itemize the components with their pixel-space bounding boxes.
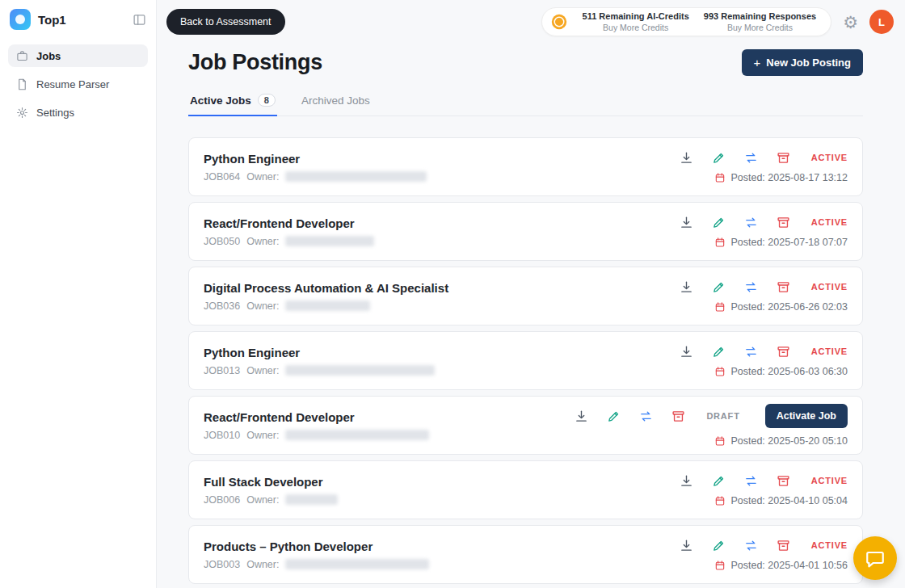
download-icon[interactable]	[680, 151, 693, 165]
job-right: ACTIVE Posted: 2025-06-03 06:30	[680, 345, 848, 377]
job-card: Python Engineer JOB064 Owner:	[188, 137, 863, 196]
archive-icon[interactable]	[777, 216, 790, 229]
transfer-icon[interactable]	[639, 410, 653, 423]
transfer-icon[interactable]	[744, 151, 758, 165]
owner-redacted	[285, 300, 370, 311]
tab-archived-jobs-label: Archived Jobs	[301, 94, 370, 107]
download-icon[interactable]	[680, 216, 693, 229]
edit-icon[interactable]	[607, 410, 621, 423]
posted-date: Posted: 2025-06-26 02:03	[730, 301, 848, 313]
new-job-posting-button[interactable]: + New Job Posting	[742, 49, 864, 76]
job-meta: JOB036 Owner:	[204, 300, 448, 312]
tab-active-jobs[interactable]: Active Jobs 8	[188, 94, 277, 116]
archive-icon[interactable]	[777, 151, 790, 165]
job-meta: JOB003 Owner:	[204, 559, 429, 570]
activate-job-button[interactable]: Activate Job	[765, 404, 848, 428]
sidebar-item-jobs[interactable]: Jobs	[8, 44, 148, 67]
app-root: Top1 Jobs Resume Parser	[0, 0, 905, 588]
document-icon	[16, 78, 28, 90]
posted-row: Posted: 2025-06-26 02:03	[714, 301, 848, 313]
status-badge: ACTIVE	[811, 217, 848, 227]
sidebar-item-settings[interactable]: Settings	[8, 101, 148, 124]
archive-icon[interactable]	[777, 345, 790, 359]
edit-icon[interactable]	[712, 216, 726, 229]
settings-icon	[16, 107, 28, 119]
new-job-posting-label: New Job Posting	[766, 57, 851, 69]
job-info: Full Stack Developer JOB006 Owner:	[204, 475, 338, 506]
content-area: Job Postings + New Job Posting Active Jo…	[157, 36, 905, 588]
posted-date: Posted: 2025-04-10 05:04	[730, 495, 848, 506]
download-icon[interactable]	[680, 539, 693, 552]
download-icon[interactable]	[680, 474, 693, 488]
edit-icon[interactable]	[712, 474, 726, 488]
back-to-assessment-button[interactable]: Back to Assessment	[166, 9, 285, 35]
posted-row: Posted: 2025-06-03 06:30	[714, 366, 848, 377]
sidebar-toggle-icon[interactable]	[133, 13, 146, 27]
status-badge: ACTIVE	[811, 476, 848, 485]
status-badge: DRAFT	[706, 411, 739, 421]
calendar-icon	[714, 435, 726, 447]
job-info: Products – Python Developer JOB003 Owner…	[204, 540, 429, 570]
calendar-icon	[714, 560, 726, 571]
credits-pill: 511 Remaining AI-Credits Buy More Credit…	[541, 7, 832, 36]
archive-icon[interactable]	[777, 539, 790, 552]
responses-group: 993 Remaining Responses Buy More Credits	[704, 11, 816, 32]
owner-label: Owner:	[246, 236, 279, 247]
job-actions: ACTIVE	[680, 345, 848, 359]
transfer-icon[interactable]	[744, 216, 758, 229]
ai-credits-group: 511 Remaining AI-Credits Buy More Credit…	[583, 11, 689, 32]
download-icon[interactable]	[680, 280, 693, 294]
job-info: React/Frontend Developer JOB010 Owner:	[204, 410, 429, 441]
chat-bubble-icon	[865, 548, 886, 569]
chat-button[interactable]	[853, 536, 897, 580]
archive-icon[interactable]	[671, 410, 685, 423]
transfer-icon[interactable]	[744, 539, 758, 552]
download-icon[interactable]	[575, 410, 588, 423]
status-badge: ACTIVE	[811, 540, 848, 550]
sidebar-item-resume-parser[interactable]: Resume Parser	[8, 73, 148, 95]
calendar-icon	[714, 172, 726, 183]
job-actions: ACTIVE	[680, 216, 848, 229]
job-card: React/Frontend Developer JOB010 Owner:	[188, 396, 863, 455]
edit-icon[interactable]	[712, 280, 726, 294]
avatar[interactable]: L	[869, 10, 894, 34]
job-id: JOB050	[204, 236, 240, 247]
posted-row: Posted: 2025-04-10 05:04	[714, 495, 848, 506]
buy-more-responses-link[interactable]: Buy More Credits	[704, 23, 816, 32]
sidebar-nav: Jobs Resume Parser Settings	[0, 36, 156, 132]
transfer-icon[interactable]	[744, 345, 758, 359]
gear-icon[interactable]: ⚙	[843, 14, 858, 31]
job-right: DRAFT Activate Job Posted: 2025-05-20 05…	[575, 404, 848, 447]
job-list: Python Engineer JOB064 Owner:	[188, 137, 863, 584]
job-right: ACTIVE Posted: 2025-04-01 10:56	[680, 539, 848, 571]
edit-icon[interactable]	[712, 151, 726, 165]
responses-label: 993 Remaining Responses	[704, 11, 816, 21]
job-card: React/Frontend Developer JOB050 Owner:	[188, 202, 863, 261]
job-title: Python Engineer	[204, 346, 435, 359]
job-info: Python Engineer JOB013 Owner:	[204, 346, 435, 376]
status-badge: ACTIVE	[811, 282, 848, 292]
job-id: JOB036	[204, 300, 240, 312]
job-right: ACTIVE Posted: 2025-04-10 05:04	[680, 474, 848, 506]
owner-label: Owner:	[246, 171, 279, 183]
transfer-icon[interactable]	[744, 280, 758, 294]
job-meta: JOB006 Owner:	[204, 494, 338, 506]
tab-archived-jobs[interactable]: Archived Jobs	[300, 94, 372, 116]
job-actions: ACTIVE	[680, 280, 848, 294]
download-icon[interactable]	[680, 345, 693, 359]
app-logo-icon	[10, 9, 31, 30]
edit-icon[interactable]	[712, 345, 726, 359]
title-row: Job Postings + New Job Posting	[188, 49, 863, 76]
buy-more-ai-credits-link[interactable]: Buy More Credits	[583, 23, 689, 32]
edit-icon[interactable]	[712, 539, 726, 552]
transfer-icon[interactable]	[744, 474, 758, 488]
job-actions: ACTIVE	[680, 474, 848, 488]
job-id: JOB006	[204, 494, 240, 506]
posted-row: Posted: 2025-08-17 13:12	[714, 172, 848, 183]
job-meta: JOB050 Owner:	[204, 236, 374, 247]
job-info: Python Engineer JOB064 Owner:	[204, 152, 427, 183]
owner-label: Owner:	[246, 494, 279, 506]
archive-icon[interactable]	[777, 474, 790, 488]
archive-icon[interactable]	[777, 280, 790, 294]
posted-date: Posted: 2025-04-01 10:56	[730, 560, 848, 571]
